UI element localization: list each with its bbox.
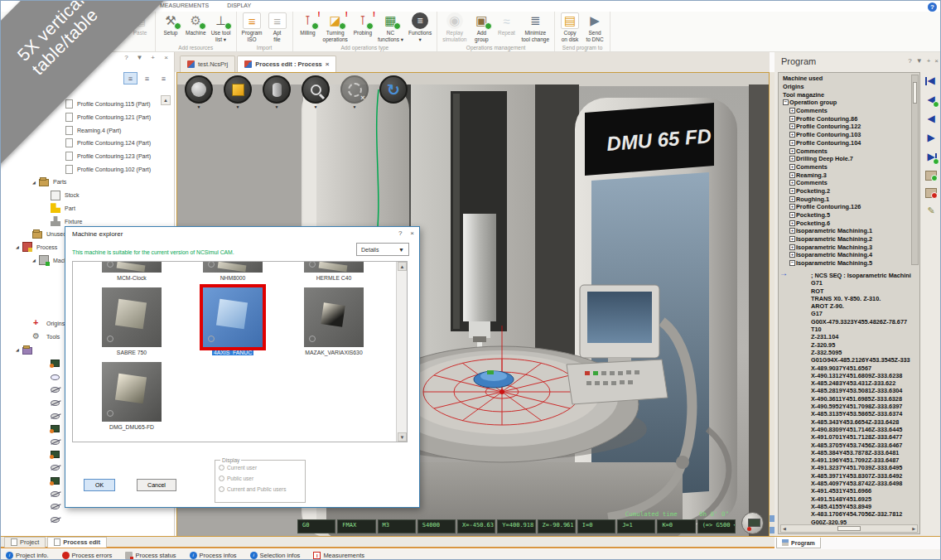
gcode-line[interactable]: X-490.1312Y451.6809Z-333.6238 xyxy=(781,372,920,379)
visibility-icon[interactable] xyxy=(51,491,60,497)
chevron-down-icon[interactable]: ▼ xyxy=(135,54,144,61)
program-tree-item[interactable]: + Reaming.3 xyxy=(781,171,914,179)
ribbon-button[interactable]: ▦ NC functions ▾ xyxy=(375,12,406,44)
machine-thumbnail[interactable]: MAZAK_VARIAXIS630 xyxy=(304,287,364,355)
edit-icon[interactable]: ✎ xyxy=(924,205,938,217)
program-tree-item[interactable]: − Isoparametric Machining.5 xyxy=(781,259,914,268)
ribbon-button[interactable]: ⚒ Setup xyxy=(158,12,183,37)
list-view-button[interactable]: ≡ xyxy=(123,72,138,84)
program-tree-item[interactable]: + Profile Contouring.103 xyxy=(781,131,914,139)
gcode-line[interactable]: X-485.3971Y453.8307Z-333.6492 xyxy=(781,472,920,480)
expander-icon[interactable] xyxy=(16,244,22,249)
expander-icon[interactable] xyxy=(16,347,22,352)
visibility-icon[interactable] xyxy=(51,425,60,432)
gcode-line[interactable]: Z-332.5095 xyxy=(781,349,920,356)
step-forward-icon[interactable]: ▶ xyxy=(924,133,938,144)
ribbon-button[interactable]: ⊺ Milling xyxy=(296,12,321,37)
ribbon-button[interactable]: ▣ Add group xyxy=(469,12,494,44)
radio-icon[interactable] xyxy=(219,465,224,471)
tree-item[interactable]: Profile Contouring.123 (Part) xyxy=(1,150,160,163)
machine-controller-button[interactable] xyxy=(741,512,764,534)
gcode-line[interactable]: X-485.4155Y453.8949 xyxy=(781,503,920,510)
program-tree-item[interactable]: Machine used xyxy=(781,75,914,83)
gcode-line[interactable]: AROT Z-90. xyxy=(781,302,920,310)
ribbon-tab[interactable]: MEASUREMENTS xyxy=(157,2,212,9)
machine-thumbnail[interactable]: MCM-Clock xyxy=(102,262,162,281)
visibility-icon[interactable] xyxy=(51,387,60,393)
visibility-icon[interactable] xyxy=(51,374,60,380)
refresh-orbit-button[interactable]: ↻ xyxy=(379,75,408,110)
gcode-line[interactable]: X-485.4097Y453.8742Z-333.6498 xyxy=(781,480,920,487)
gcode-line[interactable]: X-485.3135Y453.5865Z-333.6374 xyxy=(781,410,920,418)
gcode-line[interactable]: X-485.3705Y453.7456Z-333.6467 xyxy=(781,442,920,449)
machine-thumbnail[interactable]: DMG_DMU65-FD xyxy=(102,362,162,430)
program-tree-item[interactable]: Tool magazine xyxy=(781,90,914,99)
program-tree-item[interactable]: + Profile Contouring.126 xyxy=(781,203,914,211)
program-tree-item[interactable]: + Isoparametric Machining.3 xyxy=(781,243,914,251)
gcode-line[interactable]: X-485.2483Y453.431Z-333.622 xyxy=(781,379,920,387)
program-tree-item[interactable]: + Profile Contouring.122 xyxy=(781,123,914,131)
program-panel-tab[interactable]: Program xyxy=(776,538,821,548)
program-tree-item[interactable]: + Profile Contouring.104 xyxy=(781,139,914,147)
scroll-right-icon[interactable]: ▶ xyxy=(912,526,915,531)
selection-filter-button[interactable]: ▼ xyxy=(340,75,369,110)
gcode-line[interactable]: G00X-479.3323Y455.4826Z-78.677 xyxy=(781,318,920,326)
expander-icon[interactable]: + xyxy=(789,172,795,178)
scrollbar-vertical[interactable]: ▲ ▼ xyxy=(396,262,407,442)
scrollbar-horizontal[interactable]: ◀ ▶ xyxy=(780,524,918,533)
expander-icon[interactable]: + xyxy=(789,252,795,258)
expander-icon[interactable]: + xyxy=(789,204,795,210)
radio-option[interactable]: Current user xyxy=(219,462,302,473)
ribbon-button[interactable]: ◉ Replay simulation xyxy=(440,12,469,44)
radio-option[interactable]: Public user xyxy=(219,473,302,484)
expander-icon[interactable]: + xyxy=(789,148,795,154)
ribbon-button[interactable]: ◪ Turning operations xyxy=(321,12,350,44)
program-tree-item[interactable]: + Isoparametric Machining.2 xyxy=(781,235,914,244)
visibility-icon[interactable] xyxy=(51,517,60,523)
visibility-icon[interactable] xyxy=(51,360,60,367)
visibility-icon[interactable] xyxy=(51,439,60,445)
go-to-last-icon[interactable]: ▶ xyxy=(924,152,938,163)
program-tree-item[interactable]: + Profile Contouring.86 xyxy=(781,114,914,123)
expander-icon[interactable]: + xyxy=(789,228,795,234)
gcode-line[interactable]: X-483.1706Y454.7056Z-332.7812 xyxy=(781,510,920,518)
tree-item[interactable]: Stock xyxy=(1,189,160,202)
cylindrical-view-button[interactable]: ▼ xyxy=(262,75,292,110)
scrollbar-vertical[interactable] xyxy=(911,75,919,265)
go-to-first-icon[interactable]: ◀ xyxy=(924,75,938,87)
isometric-view-button[interactable]: ▼ xyxy=(223,75,253,110)
gcode-line[interactable]: X-490.3611Y451.6985Z-333.6328 xyxy=(781,395,920,403)
gcode-line[interactable]: X-491.0701Y451.7128Z-333.6477 xyxy=(781,433,920,441)
visibility-icon[interactable] xyxy=(51,477,60,485)
visibility-icon[interactable] xyxy=(51,400,60,406)
status-bar-item[interactable]: Measurements xyxy=(313,552,364,559)
view-orientation-button[interactable]: ▼ xyxy=(184,75,214,110)
help-icon[interactable]: ? xyxy=(928,2,937,12)
ribbon-button[interactable]: ⊥ Use tool list ▾ xyxy=(209,12,234,44)
expander-icon[interactable] xyxy=(32,258,39,263)
gcode-line[interactable]: X-489.9037Y451.6567 xyxy=(781,364,920,372)
scroll-down-icon[interactable]: ▼ xyxy=(398,432,407,442)
expander-icon[interactable]: + xyxy=(789,180,795,186)
help-icon[interactable]: ? xyxy=(122,54,131,61)
scroll-up-icon[interactable]: ▲ xyxy=(398,262,407,271)
details-dropdown[interactable]: Details ▼ xyxy=(356,243,409,256)
expander-icon[interactable]: + xyxy=(789,188,795,194)
list-view-button[interactable]: ≡ xyxy=(140,72,154,84)
expander-icon[interactable] xyxy=(32,180,39,185)
gcode-line[interactable]: Z-231.104 xyxy=(781,333,920,340)
gcode-line[interactable]: T10 xyxy=(781,326,920,333)
ribbon-button[interactable]: ⚙ Machine xyxy=(183,12,209,37)
ribbon-button[interactable]: ≡ Apt file xyxy=(265,12,290,44)
radio-icon[interactable] xyxy=(219,476,224,481)
gcode-line[interactable]: G71 xyxy=(781,279,920,287)
expander-icon[interactable]: + xyxy=(789,116,795,122)
program-tree-item[interactable]: + Comments xyxy=(781,163,914,171)
machine-thumbnail[interactable]: HERMLE C40 xyxy=(304,262,364,281)
help-icon[interactable]: ? xyxy=(908,57,911,65)
pin-icon[interactable]: + xyxy=(927,57,931,65)
gcode-line[interactable]: TRANS X0. Y-850. Z-310. xyxy=(781,295,920,302)
ribbon-button[interactable]: ▶ Send to DNC xyxy=(582,12,607,44)
machine-thumbnail[interactable]: 4AXIS_FANUC xyxy=(203,287,263,355)
program-tree-item[interactable]: + Isoparametric Machining.4 xyxy=(781,251,914,259)
